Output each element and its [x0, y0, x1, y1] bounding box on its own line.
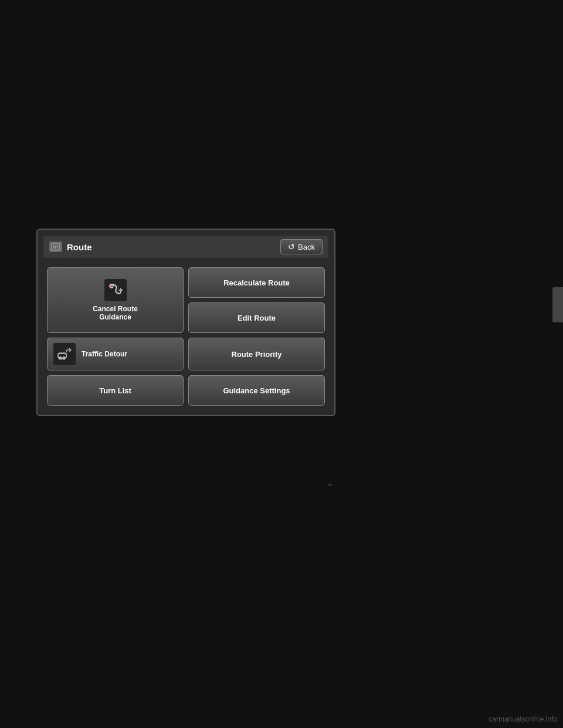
dialog-header: RT Route ↺ Back [43, 236, 328, 258]
svg-text:RT: RT [53, 244, 59, 250]
recalculate-route-label: Recalculate Route [223, 278, 290, 287]
carmanuals-watermark: carmanualsonline.info [489, 715, 557, 723]
dialog-title-area: RT Route [49, 241, 92, 252]
traffic-detour-icon [53, 343, 76, 365]
guidance-settings-label: Guidance Settings [223, 386, 290, 395]
recalculate-route-button[interactable]: Recalculate Route [188, 267, 325, 298]
cancel-route-guidance-label: Cancel RouteGuidance [93, 305, 138, 321]
dialog-title: Route [67, 242, 92, 252]
route-title-icon: RT [49, 241, 62, 252]
tm-watermark: ™ [327, 483, 333, 489]
route-priority-button[interactable]: Route Priority [188, 338, 325, 370]
traffic-detour-label: Traffic Detour [82, 350, 127, 358]
dialog-body: Cancel RouteGuidance Recalculate Route E… [43, 264, 328, 409]
cancel-route-icon [104, 279, 127, 301]
guidance-settings-button[interactable]: Guidance Settings [188, 375, 325, 406]
turn-list-button[interactable]: Turn List [47, 375, 184, 406]
route-priority-label: Route Priority [232, 350, 282, 359]
back-button[interactable]: ↺ Back [280, 239, 323, 254]
side-tab-indicator [552, 287, 563, 322]
traffic-detour-button[interactable]: Traffic Detour [47, 338, 184, 370]
cancel-route-guidance-button[interactable]: Cancel RouteGuidance [47, 267, 184, 333]
edit-route-button[interactable]: Edit Route [188, 302, 325, 333]
back-arrow-icon: ↺ [288, 242, 295, 251]
edit-route-label: Edit Route [238, 314, 276, 322]
turn-list-label: Turn List [99, 386, 131, 395]
back-button-label: Back [298, 243, 315, 251]
route-dialog: RT Route ↺ Back Cancel Rou [36, 229, 335, 416]
